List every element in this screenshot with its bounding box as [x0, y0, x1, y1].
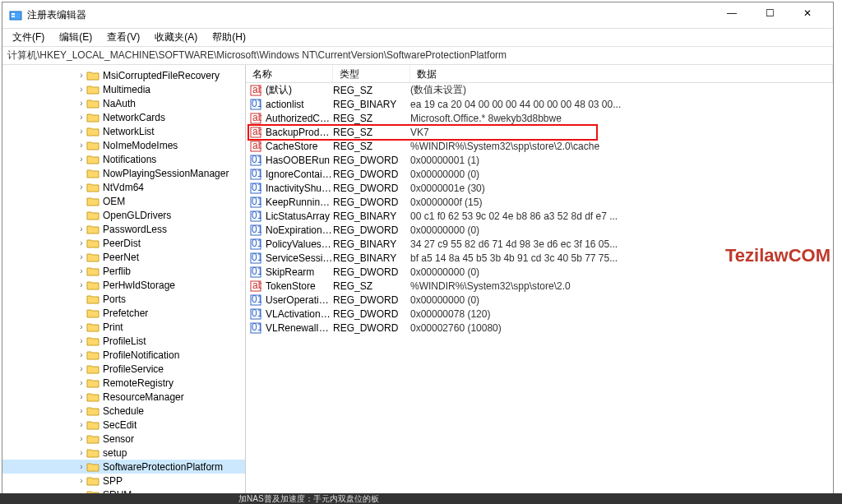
svg-text:010: 010 [252, 294, 261, 305]
tree-item-schedule[interactable]: ›Schedule [2, 404, 245, 418]
tree-item-multimedia[interactable]: ›Multimedia [2, 82, 245, 96]
tree-item-msicorruptedfilerecovery[interactable]: ›MsiCorruptedFileRecovery [2, 68, 245, 82]
tree-item-profileservice[interactable]: ›ProfileService [2, 362, 245, 376]
tree-label: SoftwareProtectionPlatform [103, 461, 223, 473]
chevron-icon[interactable]: › [76, 322, 86, 331]
chevron-icon[interactable]: › [76, 99, 86, 108]
tree-item-nowplayingsessionmanager[interactable]: NowPlayingSessionManager [2, 166, 245, 180]
chevron-icon[interactable]: › [76, 392, 86, 401]
value-rows[interactable]: ab(默认)REG_SZ(数值未设置)010actionlistREG_BINA… [246, 83, 833, 494]
address-path: 计算机\HKEY_LOCAL_MACHINE\SOFTWARE\Microsof… [7, 49, 507, 62]
value-row[interactable]: ab(默认)REG_SZ(数值未设置) [246, 83, 833, 97]
tree-label: SecEdit [103, 419, 136, 431]
chevron-icon[interactable]: › [76, 280, 86, 289]
tree-item-ports[interactable]: Ports [2, 292, 245, 306]
value-row[interactable]: 010IgnoreContain...REG_DWORD0x00000000 (… [246, 167, 833, 181]
chevron-icon[interactable]: › [76, 238, 86, 247]
tree-item-peernet[interactable]: ›PeerNet [2, 250, 245, 264]
tree-item-setup[interactable]: ›setup [2, 446, 245, 460]
chevron-icon[interactable]: › [76, 434, 86, 443]
tree-item-perhwidstorage[interactable]: ›PerHwIdStorage [2, 278, 245, 292]
tree-item-softwareprotectionplatform[interactable]: ›SoftwareProtectionPlatform [2, 460, 245, 474]
tree-item-profilelist[interactable]: ›ProfileList [2, 334, 245, 348]
tree-item-perflib[interactable]: ›Perflib [2, 264, 245, 278]
chevron-icon[interactable]: › [76, 336, 86, 345]
chevron-icon[interactable]: › [76, 252, 86, 261]
minimize-button[interactable]: — [713, 0, 751, 26]
chevron-icon[interactable]: › [76, 224, 86, 234]
tree-item-peerdist[interactable]: ›PeerDist [2, 236, 245, 250]
chevron-icon[interactable]: › [76, 266, 86, 275]
value-data: 0x0000000f (15) [410, 197, 833, 208]
tree-item-prefetcher[interactable]: Prefetcher [2, 306, 245, 320]
tree-item-spp[interactable]: ›SPP [2, 474, 245, 488]
tree-item-naauth[interactable]: ›NaAuth [2, 96, 245, 110]
tree-item-secedit[interactable]: ›SecEdit [2, 418, 245, 432]
value-row[interactable]: 010NoExpirationUXREG_DWORD0x00000000 (0) [246, 223, 833, 237]
value-row[interactable]: 010HasOOBERunREG_DWORD0x00000001 (1) [246, 153, 833, 167]
value-row[interactable]: 010actionlistREG_BINARYea 19 ca 20 04 00… [246, 97, 833, 111]
chevron-icon[interactable]: › [76, 155, 86, 164]
tree-item-remoteregistry[interactable]: ›RemoteRegistry [2, 376, 245, 390]
chevron-icon[interactable]: › [76, 420, 86, 429]
value-row[interactable]: 010LicStatusArrayREG_BINARY00 c1 f0 62 5… [246, 209, 833, 223]
address-bar[interactable]: 计算机\HKEY_LOCAL_MACHINE\SOFTWARE\Microsof… [2, 47, 833, 65]
col-name[interactable]: 名称 [246, 65, 333, 82]
chevron-icon[interactable]: › [76, 127, 86, 136]
col-type[interactable]: 类型 [333, 65, 410, 82]
registry-tree[interactable]: ›MsiCorruptedFileRecovery›Multimedia›NaA… [2, 65, 246, 494]
value-row[interactable]: abBackupProduc...REG_SZVK7 [246, 125, 833, 139]
value-data: 0x00002760 (10080) [410, 322, 833, 334]
tree-item-oem[interactable]: OEM [2, 194, 245, 208]
tree-item-notifications[interactable]: ›Notifications [2, 152, 245, 166]
col-data[interactable]: 数据 [410, 65, 833, 82]
tree-item-print[interactable]: ›Print [2, 320, 245, 334]
tree-item-networklist[interactable]: ›NetworkList [2, 124, 245, 138]
binary-icon: 010 [249, 183, 262, 194]
value-row[interactable]: abTokenStoreREG_SZ%WINDIR%\System32\spp\… [246, 279, 833, 293]
value-data: ea 19 ca 20 04 00 00 00 44 00 00 00 48 0… [410, 99, 833, 110]
chevron-icon[interactable]: › [76, 183, 86, 192]
tree-label: NetworkList [103, 126, 155, 137]
value-row[interactable]: abAuthorizedCon...REG_SZMicrosoft.Office… [246, 111, 833, 125]
menu-help[interactable]: 帮助(H) [207, 29, 251, 46]
maximize-button[interactable]: ☐ [751, 0, 789, 26]
value-row[interactable]: 010KeepRunningT...REG_DWORD0x0000000f (1… [246, 195, 833, 209]
tree-label: Prefetcher [103, 307, 148, 319]
tree-item-noimemodeimes[interactable]: ›NoImeModeImes [2, 138, 245, 152]
chevron-icon[interactable]: › [76, 141, 86, 150]
svg-rect-1 [12, 13, 15, 15]
chevron-icon[interactable]: › [76, 113, 86, 122]
menu-file[interactable]: 文件(F) [7, 29, 49, 46]
chevron-icon[interactable]: › [76, 364, 86, 373]
value-type: REG_BINARY [333, 238, 410, 250]
chevron-icon[interactable]: › [76, 85, 86, 94]
value-row[interactable]: 010SkipRearmREG_DWORD0x00000000 (0) [246, 265, 833, 279]
chevron-icon[interactable]: › [76, 476, 86, 485]
tree-item-networkcards[interactable]: ›NetworkCards [2, 110, 245, 124]
tree-item-opengldrivers[interactable]: OpenGLDrivers [2, 208, 245, 222]
menu-favorites[interactable]: 收藏夹(A) [150, 29, 202, 46]
tree-item-ntvdm64[interactable]: ›NtVdm64 [2, 180, 245, 194]
tree-item-passwordless[interactable]: ›PasswordLess [2, 222, 245, 236]
tree-label: NaAuth [103, 98, 136, 109]
chevron-icon[interactable]: › [76, 448, 86, 457]
tree-item-resourcemanager[interactable]: ›ResourceManager [2, 390, 245, 404]
chevron-icon[interactable]: › [76, 406, 86, 415]
value-row[interactable]: 010InactivityShutd...REG_DWORD0x0000001e… [246, 181, 833, 195]
menu-view[interactable]: 查看(V) [102, 29, 145, 46]
menu-edit[interactable]: 编辑(E) [54, 29, 97, 46]
tree-item-profilenotification[interactable]: ›ProfileNotification [2, 348, 245, 362]
value-row[interactable]: 010UserOperationsREG_DWORD0x00000000 (0) [246, 293, 833, 307]
chevron-icon[interactable]: › [76, 71, 86, 80]
tree-label: Notifications [103, 154, 156, 165]
value-row[interactable]: 010VLRenewalInte...REG_DWORD0x00002760 (… [246, 321, 833, 335]
tree-item-sensor[interactable]: ›Sensor [2, 432, 245, 446]
value-name: LicStatusArray [266, 210, 333, 222]
value-row[interactable]: abCacheStoreREG_SZ%WINDIR%\System32\spp\… [246, 139, 833, 153]
chevron-icon[interactable]: › [76, 462, 86, 471]
close-button[interactable]: ✕ [789, 0, 826, 26]
chevron-icon[interactable]: › [76, 350, 86, 359]
value-row[interactable]: 010VLActivationInt...REG_DWORD0x00000078… [246, 307, 833, 321]
chevron-icon[interactable]: › [76, 378, 86, 387]
